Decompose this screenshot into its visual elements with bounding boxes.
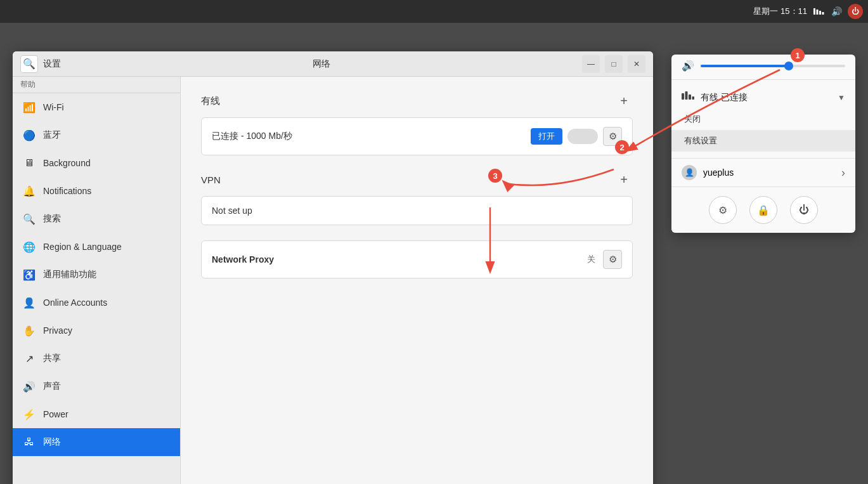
power-tray-button[interactable]: ⏻ — [848, 4, 863, 19]
sidebar-item-search[interactable]: 🔍 搜索 — [13, 205, 180, 233]
sidebar-item-online-accounts-label: Online Accounts — [43, 298, 107, 308]
wired-toggle-button[interactable]: 打开 — [531, 128, 562, 145]
svg-rect-4 — [682, 93, 684, 100]
svg-rect-7 — [692, 96, 695, 100]
wired-card-actions: 打开 ⚙ — [531, 127, 622, 146]
tray-network-header[interactable]: 有线 已连接 ▼ — [671, 86, 855, 108]
power-icon: ⚡ — [23, 408, 36, 421]
search-icon: 🔍 — [23, 58, 36, 70]
sidebar-item-wifi[interactable]: 📶 Wi-Fi — [13, 93, 180, 121]
sidebar-item-accessibility[interactable]: ♿ 通用辅助功能 — [13, 261, 180, 289]
tray-lock-button[interactable]: 🔒 — [749, 196, 777, 224]
window-titlebar: 🔍 设置 网络 — □ ✕ — [13, 51, 653, 77]
tray-wired-settings-item[interactable]: 有线设置 — [671, 130, 855, 152]
svg-rect-5 — [685, 91, 688, 100]
notifications-icon: 🔔 — [23, 185, 36, 197]
svg-rect-0 — [813, 8, 815, 15]
sidebar-item-notifications[interactable]: 🔔 Notifications — [13, 177, 180, 205]
sidebar-item-background-label: Background — [43, 158, 91, 168]
proxy-gear-button[interactable]: ⚙ — [603, 250, 622, 269]
sidebar-item-wifi-label: Wi-Fi — [43, 102, 64, 112]
window-title-settings: 设置 — [43, 58, 61, 70]
wired-connection-card: 已连接 - 1000 Mb/秒 打开 ⚙ — [201, 117, 633, 155]
tray-network-icon — [682, 91, 694, 103]
step-badge-2: 2 — [615, 140, 629, 154]
tray-disconnect-item[interactable]: 关闭 — [671, 108, 855, 130]
wifi-icon: 📶 — [23, 101, 36, 114]
vpn-add-button[interactable]: + — [615, 171, 633, 188]
tray-bottom-buttons: ⚙ 🔒 ⏻ — [671, 187, 855, 233]
window-body: 帮助 📶 Wi-Fi 🔵 蓝牙 🖥 Background 🔔 Notificat… — [13, 77, 653, 484]
sidebar-item-sound[interactable]: 🔊 声音 — [13, 372, 180, 400]
sidebar-item-background[interactable]: 🖥 Background — [13, 149, 180, 177]
step-badge-1: 1 — [791, 48, 805, 62]
tray-power-button[interactable]: ⏻ — [790, 196, 818, 224]
sidebar-item-sharing-label: 共享 — [43, 353, 61, 364]
settings-window: 🔍 设置 网络 — □ ✕ 帮助 📶 Wi-Fi 🔵 蓝牙 — [13, 51, 653, 484]
tray-settings-button[interactable]: ⚙ — [709, 196, 737, 224]
svg-rect-2 — [819, 11, 821, 15]
maximize-button[interactable]: □ — [605, 55, 623, 73]
sidebar-item-privacy[interactable]: ✋ Privacy — [13, 317, 180, 344]
window-search-btn[interactable]: 🔍 — [20, 55, 38, 73]
sidebar-item-online-accounts[interactable]: 👤 Online Accounts — [13, 289, 180, 317]
sidebar-item-network-label: 网络 — [43, 436, 61, 448]
wired-add-button[interactable]: + — [615, 92, 633, 110]
network-tray-icon[interactable] — [812, 5, 825, 18]
tray-user-info: 👤 yueplus — [682, 165, 734, 180]
tray-network-chevron: ▼ — [838, 93, 845, 102]
step-badge-3: 3 — [488, 169, 502, 183]
tray-network-title: 有线 已连接 — [682, 91, 748, 103]
user-avatar: 👤 — [682, 165, 697, 180]
volume-slider-track[interactable] — [701, 65, 845, 67]
proxy-card: Network Proxy 关 ⚙ — [201, 240, 633, 278]
vpn-section-title: VPN — [201, 174, 221, 185]
sidebar-item-bluetooth[interactable]: 🔵 蓝牙 — [13, 121, 180, 149]
vpn-section: VPN + Not set up — [201, 171, 633, 225]
sidebar-item-region[interactable]: 🌐 Region & Language — [13, 233, 180, 261]
window-title-network: 网络 — [61, 58, 582, 70]
vpn-not-setup-label: Not set up — [212, 206, 252, 216]
sound-icon: 🔊 — [23, 380, 36, 393]
sidebar-item-privacy-label: Privacy — [43, 325, 72, 336]
tray-user-section: 👤 yueplus › — [671, 159, 855, 187]
sidebar-item-sound-label: 声音 — [43, 381, 61, 392]
sidebar-item-accessibility-label: 通用辅助功能 — [43, 269, 96, 280]
taskbar: 星期一 15：11 🔊 ⏻ — [0, 0, 868, 23]
proxy-card-actions: 关 ⚙ — [587, 250, 622, 269]
online-accounts-icon: 👤 — [23, 296, 36, 309]
wired-toggle-indicator — [567, 129, 598, 144]
taskbar-right: 星期一 15：11 🔊 ⏻ — [753, 4, 863, 19]
close-button[interactable]: ✕ — [628, 55, 645, 73]
bluetooth-icon: 🔵 — [23, 129, 36, 141]
volume-tray-icon[interactable]: 🔊 — [830, 5, 843, 18]
volume-slider-fill — [701, 65, 787, 67]
sidebar-help: 帮助 — [13, 77, 180, 93]
sidebar-item-network[interactable]: 🖧 网络 — [13, 428, 180, 456]
volume-slider-thumb — [784, 62, 793, 70]
network-icon: 🖧 — [23, 436, 36, 448]
volume-section: 🔊 — [671, 55, 855, 80]
sidebar-item-search-label: 搜索 — [43, 213, 61, 225]
window-controls: — □ ✕ — [582, 55, 645, 73]
sidebar: 帮助 📶 Wi-Fi 🔵 蓝牙 🖥 Background 🔔 Notificat… — [13, 77, 181, 484]
wired-section-title: 有线 — [201, 95, 220, 107]
main-content: 有线 + 已连接 - 1000 Mb/秒 打开 ⚙ — [181, 77, 653, 484]
tray-network-label: 有线 已连接 — [701, 92, 748, 103]
wired-connection-label: 已连接 - 1000 Mb/秒 — [212, 131, 292, 142]
wired-section-header: 有线 + — [201, 92, 633, 110]
proxy-section: Network Proxy 关 ⚙ — [201, 240, 633, 278]
minimize-button[interactable]: — — [582, 55, 600, 73]
sidebar-item-sharing[interactable]: ↗ 共享 — [13, 344, 180, 372]
proxy-title-label: Network Proxy — [212, 254, 274, 265]
search-icon: 🔍 — [23, 213, 36, 225]
sidebar-item-power[interactable]: ⚡ Power — [13, 400, 180, 428]
user-chevron[interactable]: › — [841, 166, 845, 180]
tray-network-section: 有线 已连接 ▼ 关闭 有线设置 — [671, 80, 855, 159]
tray-popup: 1 🔊 有线 已连接 ▼ 关闭 有线设置 — [671, 55, 855, 233]
sidebar-item-power-label: Power — [43, 409, 68, 419]
wired-section: 有线 + 已连接 - 1000 Mb/秒 打开 ⚙ — [201, 92, 633, 155]
sharing-icon: ↗ — [23, 352, 36, 365]
taskbar-time: 星期一 15：11 — [753, 6, 807, 17]
vpn-card: Not set up — [201, 196, 633, 225]
